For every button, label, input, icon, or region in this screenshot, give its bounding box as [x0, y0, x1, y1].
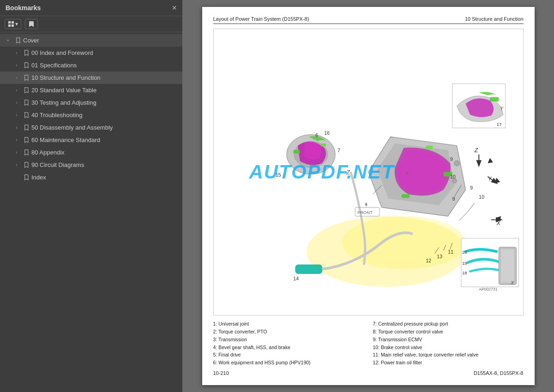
bookmark-item-10-structure[interactable]: 10 Structure and Function — [0, 71, 182, 84]
sidebar-header: Bookmarks × — [0, 0, 182, 16]
svg-rect-18 — [401, 194, 409, 198]
bookmark-item-01-spec[interactable]: 01 Specifications — [0, 59, 182, 71]
bookmark-label-50: 50 Disassembly and Assembly — [31, 124, 178, 131]
main-content: Layout of Power Train System (D155PX-8) … — [182, 0, 554, 392]
svg-text:10: 10 — [479, 194, 484, 200]
bookmark-item-40-trouble[interactable]: 40 Troubleshooting — [0, 109, 182, 121]
page-model: D155AX-8, D155PX-8 — [474, 370, 524, 376]
bookmark-item-90-circuit[interactable]: 90 Circuit Diagrams — [0, 159, 182, 171]
caption-item-1: 1: Universal joint — [213, 320, 364, 328]
svg-text:16: 16 — [324, 130, 330, 136]
bookmark-icon-01 — [22, 62, 30, 68]
svg-text:18: 18 — [462, 270, 467, 275]
bookmark-item-cover[interactable]: Cover — [0, 34, 182, 47]
svg-text:6: 6 — [315, 132, 318, 138]
svg-text:AP002731: AP002731 — [479, 287, 497, 291]
svg-text:19: 19 — [462, 261, 467, 266]
svg-rect-39 — [295, 265, 322, 273]
svg-rect-3 — [12, 24, 14, 27]
sidebar-toolbar: ▾ — [0, 16, 182, 32]
chevron-icon-90 — [13, 162, 20, 167]
bookmark-label-30: 30 Testing and Adjusting — [31, 99, 178, 106]
caption-item-4: 4: Bevel gear shaft, HSS, and brake — [213, 344, 364, 351]
caption-columns: 1: Universal joint 2: Torque converter, … — [213, 320, 524, 367]
bookmark-icon-20 — [22, 87, 30, 93]
bookmark-item-00-index[interactable]: 00 Index and Foreword — [0, 47, 182, 59]
bookmark-item-50-disassembly[interactable]: 50 Disassembly and Assembly — [0, 121, 182, 134]
chevron-icon-10 — [13, 75, 20, 80]
page-header: Layout of Power Train System (D155PX-8) … — [213, 16, 524, 24]
svg-text:17: 17 — [496, 122, 501, 127]
bookmark-list: Cover 00 Index and Foreword 01 Specifica… — [0, 32, 182, 392]
bookmark-icon-50 — [22, 125, 30, 131]
svg-text:11: 11 — [448, 249, 453, 255]
chevron-icon-60 — [13, 137, 20, 143]
page-footer: 10-210 D155AX-8, D155PX-8 — [213, 370, 524, 376]
svg-rect-2 — [8, 24, 11, 27]
svg-text:9: 9 — [470, 185, 473, 190]
bookmark-tool-button[interactable] — [25, 19, 38, 29]
caption-item-6: 6: Work equipment and HSS pump (HPV190) — [213, 359, 364, 367]
bookmark-item-20-standard[interactable]: 20 Standard Value Table — [0, 84, 182, 96]
chevron-icon-00 — [13, 50, 20, 55]
bookmark-label-40: 40 Troubleshooting — [31, 112, 178, 119]
page-document: Layout of Power Train System (D155PX-8) … — [202, 7, 535, 385]
caption-item-5: 5: Final drive — [213, 351, 364, 359]
caption-col-left: 1: Universal joint 2: Torque converter, … — [213, 320, 364, 367]
caption-area: 1: Universal joint 2: Torque converter, … — [213, 320, 524, 367]
bookmark-label-cover: Cover — [23, 37, 178, 44]
bookmark-item-60-maintenance[interactable]: 60 Maintenance Standard — [0, 134, 182, 146]
bookmark-item-80-appendix[interactable]: 80 Appendix — [0, 146, 182, 159]
svg-text:10: 10 — [450, 174, 456, 179]
view-toggle-button[interactable]: ▾ — [5, 19, 21, 29]
page-header-right: 10 Structure and Function — [465, 16, 524, 22]
chevron-icon-20 — [13, 88, 20, 93]
chevron-icon-01 — [13, 63, 20, 68]
bookmark-icon-90 — [22, 162, 30, 168]
bookmark-icon — [28, 21, 35, 27]
bookmark-label-01: 01 Specifications — [31, 62, 178, 69]
bookmark-icon-60 — [22, 137, 30, 143]
caption-col-right: 7: Centralized pressure pickup port 8: T… — [373, 320, 524, 367]
bookmark-item-30-testing[interactable]: 30 Testing and Adjusting — [0, 96, 182, 109]
svg-rect-27 — [501, 249, 514, 283]
svg-text:8: 8 — [452, 196, 455, 202]
sidebar: Bookmarks × ▾ Cover — [0, 0, 182, 392]
view-toggle-arrow: ▾ — [15, 21, 18, 27]
bookmark-icon-40 — [22, 112, 30, 118]
bookmark-label-index: Index — [31, 174, 178, 181]
close-icon[interactable]: × — [172, 4, 177, 12]
svg-text:Z: Z — [474, 147, 478, 154]
caption-item-12: 12: Power train oil filter — [373, 359, 524, 367]
svg-text:FRONT: FRONT — [357, 210, 373, 215]
bookmark-item-index[interactable]: Index — [0, 171, 182, 184]
bookmark-label-80: 80 Appendix — [31, 149, 178, 156]
sidebar-title: Bookmarks — [6, 4, 41, 12]
caption-item-8: 8: Torque converter control valve — [373, 328, 524, 336]
diagram-container: AUTOPDF.NET — [213, 29, 524, 315]
caption-item-11: 11: Main relief valve, torque converter … — [373, 351, 524, 359]
svg-rect-9 — [293, 150, 300, 154]
svg-text:X: X — [510, 280, 514, 285]
svg-text:13: 13 — [437, 254, 442, 259]
bookmark-icon-cover — [14, 37, 21, 43]
chevron-icon-80 — [13, 150, 20, 155]
bookmark-label-10: 10 Structure and Function — [31, 74, 178, 81]
bookmark-icon-10 — [22, 75, 30, 81]
bookmark-icon-00 — [22, 50, 30, 56]
chevron-icon-30 — [13, 100, 20, 105]
bookmark-label-20: 20 Standard Value Table — [31, 87, 178, 94]
bookmark-icon-30 — [22, 100, 30, 106]
bookmark-label-60: 60 Maintenance Standard — [31, 137, 178, 143]
bookmark-label-00: 00 Index and Foreword — [31, 49, 178, 56]
bookmark-icon-80 — [22, 149, 30, 155]
svg-text:X: X — [496, 220, 500, 226]
page-number: 10-210 — [213, 370, 229, 376]
caption-item-10: 10: Brake control valve — [373, 344, 524, 351]
svg-text:20: 20 — [462, 249, 467, 255]
bookmark-icon-index — [22, 174, 30, 180]
svg-rect-1 — [12, 21, 14, 24]
chevron-icon-cover — [5, 38, 12, 43]
svg-point-6 — [342, 216, 465, 269]
bookmark-label-90: 90 Circuit Diagrams — [31, 161, 178, 168]
